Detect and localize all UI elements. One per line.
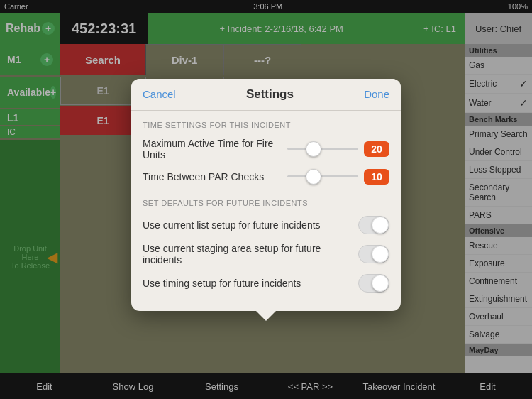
toggle1-knob: [372, 217, 389, 234]
toggle2-switch[interactable]: [358, 245, 389, 263]
toggle3-label: Use timing setup for future incidents: [143, 278, 358, 289]
time-settings-section-label: TIME SETTINGS FOR THIS INCIDENT: [143, 121, 389, 129]
toggle2-row: Use current staging area setup for futur…: [143, 239, 389, 270]
par-checks-value: 10: [364, 169, 389, 185]
modal-caret: [256, 311, 276, 321]
toggle1-row: Use current list setup for future incide…: [143, 212, 389, 239]
max-active-time-row: Maximum Active Time for Fire Units 20: [143, 133, 389, 165]
par-checks-row: Time Between PAR Checks 10: [143, 165, 389, 189]
max-active-time-value: 20: [364, 141, 389, 157]
max-active-time-slider-container: 20: [287, 141, 389, 157]
modal-done-button[interactable]: Done: [364, 88, 389, 100]
modal-body: TIME SETTINGS FOR THIS INCIDENT Maximum …: [131, 121, 401, 311]
par-checks-slider[interactable]: [287, 175, 358, 177]
modal-cancel-button[interactable]: Cancel: [143, 88, 176, 100]
par-checks-label: Time Between PAR Checks: [143, 171, 287, 182]
toggle3-knob: [372, 275, 389, 292]
modal-header: Cancel Settings Done: [131, 79, 401, 107]
toggle3-row: Use timing setup for future incidents: [143, 270, 389, 297]
modal-title: Settings: [246, 87, 294, 102]
toggle2-knob: [372, 246, 389, 263]
toggle2-label: Use current staging area setup for futur…: [143, 243, 358, 266]
toggle1-switch[interactable]: [358, 216, 389, 234]
max-active-time-label: Maximum Active Time for Fire Units: [143, 138, 287, 160]
settings-modal: Cancel Settings Done TIME SETTINGS FOR T…: [131, 79, 401, 311]
par-checks-slider-container: 10: [287, 169, 389, 185]
max-active-time-slider[interactable]: [287, 148, 358, 150]
toggle1-label: Use current list setup for future incide…: [143, 219, 358, 231]
defaults-section-label: SET DEFAULTS FOR FUTURE INCIDENTS: [143, 199, 389, 207]
modal-header-divider: [131, 110, 401, 111]
toggle3-switch[interactable]: [358, 274, 389, 293]
modal-overlay[interactable]: Cancel Settings Done TIME SETTINGS FOR T…: [0, 0, 532, 399]
